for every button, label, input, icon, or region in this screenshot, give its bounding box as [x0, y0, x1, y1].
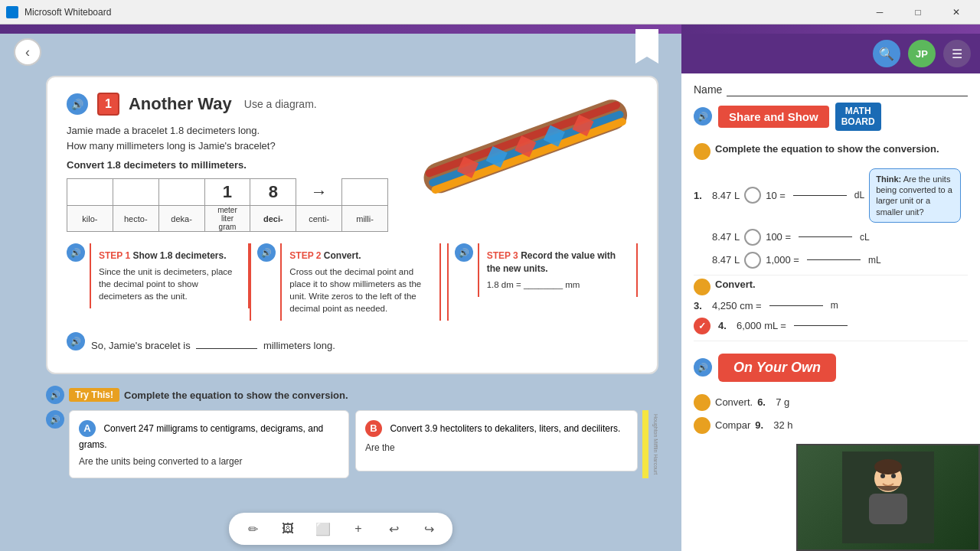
prob-1-op: 10 = [766, 190, 786, 201]
prob-1-num: 1. [694, 190, 707, 201]
bookmark [635, 29, 658, 64]
speaker-try-this[interactable]: 🔊 [46, 386, 64, 404]
problem-b-box: B Convert 3.9 hectoliters to dekaliters,… [355, 410, 638, 471]
prob-1b-val: 8.47 L [712, 231, 740, 243]
aw-badge: 1 [97, 93, 119, 116]
math-board-line2: BOARD [841, 116, 875, 127]
compare-label: Compar [715, 419, 750, 431]
title-bar: Microsoft Whiteboard ─ □ ✕ [0, 0, 980, 24]
math-board-badge: MATH BOARD [835, 103, 881, 131]
label-meter: meterlitergram [204, 206, 250, 232]
label-deka: deka- [158, 206, 204, 232]
menu-button[interactable]: ☰ [943, 40, 971, 67]
search-button[interactable]: 🔍 [873, 40, 900, 67]
speaker-on-your-own[interactable]: 🔊 [694, 358, 712, 377]
prob-1b-blank[interactable] [799, 236, 852, 237]
circle-op-1b[interactable] [744, 229, 761, 246]
prob-4-blank[interactable] [794, 325, 848, 326]
prob-1c-val: 8.47 L [712, 254, 740, 266]
step3-block: STEP 3 Record the value with the new uni… [478, 243, 638, 297]
circle-op-1c[interactable] [744, 252, 761, 269]
math-board-line1: MATH [841, 106, 875, 116]
problem-a-box: A Convert 247 milligrams to centigrams, … [69, 410, 349, 478]
content-card: 🔊 1 Another Way Use a diagram. Jamie mad… [46, 76, 658, 374]
share-show-section: 🔊 Share and Show MATH BOARD [681, 99, 980, 137]
problem-b-subquestion: Are the [365, 442, 628, 455]
plus-button[interactable]: + [347, 517, 370, 540]
table-cell-milli [342, 179, 388, 206]
metric-table: 1 8 → kilo- hecto- deka- meterlitergram … [67, 178, 388, 232]
bracelet-image [404, 85, 649, 215]
prob-3-unit: m [831, 300, 838, 311]
square-button[interactable]: ⬜ [312, 517, 335, 540]
speaker-prob-a[interactable]: 🔊 [46, 410, 64, 429]
on-your-own-row: 🔊 On Your Own [694, 347, 968, 388]
problem-4-row: ✓ 4. 6,000 mL = [694, 318, 968, 334]
table-arrow: → [296, 179, 342, 206]
minimize-button[interactable]: ─ [862, 0, 897, 24]
name-section: Name [681, 73, 980, 99]
speaker-icon-header[interactable]: 🔊 [67, 93, 88, 115]
steps-row: 🔊 STEP 1 Show 1.8 decimeters. Since the … [67, 243, 638, 321]
problem-b-label: B [365, 420, 382, 437]
step1-num: STEP 1 [99, 250, 130, 261]
svg-point-14 [874, 459, 902, 474]
prob-9-num: 9. [755, 419, 769, 431]
table-cell-8: 8 [250, 179, 296, 206]
problem-1c-row: 8.47 L 1,000 = mL [694, 252, 968, 269]
undo-button[interactable]: ↩ [382, 517, 405, 540]
convert-label: Convert. [715, 279, 756, 290]
user-avatar-button[interactable]: JP [908, 40, 936, 67]
prob-6-val: 7 g [776, 396, 789, 408]
prob-1c-unit: mL [868, 255, 881, 266]
prob-3-num: 3. [694, 300, 707, 311]
yellow-stripe [642, 410, 648, 478]
prob-1b-op: 100 = [766, 231, 791, 243]
step3-num: STEP 3 [487, 250, 518, 261]
maximize-button[interactable]: □ [900, 0, 936, 24]
problem-1b-row: 8.47 L 100 = cL [694, 229, 968, 246]
table-cell-1: 1 [204, 179, 250, 206]
redo-button[interactable]: ↪ [417, 517, 440, 540]
image-button[interactable]: 🖼 [276, 517, 299, 540]
orange-circle-2[interactable] [694, 279, 710, 295]
speaker-step1[interactable]: 🔊 [67, 243, 85, 262]
so-sentence: So, Jamie's bracelet is millimeters long… [91, 340, 335, 351]
prob-1b-unit: cL [860, 232, 870, 243]
left-panel: ‹ [0, 24, 681, 551]
prob-3-blank[interactable] [769, 305, 823, 306]
vertical-caption: Houghton Mifflin Harcourt [653, 414, 658, 474]
label-milli: milli- [342, 206, 388, 232]
close-button[interactable]: ✕ [939, 0, 974, 24]
label-centi: centi- [296, 206, 342, 232]
label-hecto: hecto- [113, 206, 158, 232]
step2-num: STEP 2 [289, 250, 321, 261]
table-cell-deka [158, 179, 204, 206]
problem-line2: How many millimeters long is Jamie's bra… [67, 140, 276, 152]
orange-circle-1[interactable] [694, 143, 710, 160]
pencil-button[interactable]: ✏ [241, 517, 264, 540]
speaker-step2[interactable]: 🔊 [257, 243, 276, 262]
so-speaker-row: 🔊 So, Jamie's bracelet is millimeters lo… [67, 332, 638, 351]
step2-body: Cross out the decimal point and place it… [289, 266, 431, 315]
prob-1c-blank[interactable] [807, 259, 861, 260]
main-area: ‹ [0, 24, 980, 551]
prob-4-text: 6,000 mL = [737, 320, 786, 331]
speaker-step3[interactable]: 🔊 [455, 243, 473, 262]
convert-section: Convert. 3. 4,250 cm = m ✓ 4. 6,000 mL = [694, 279, 968, 334]
prob-1-blank[interactable] [793, 195, 847, 196]
orange-circle-6[interactable] [694, 394, 710, 411]
table-cell-kilo [67, 179, 113, 206]
compare-row: Compar 9. 32 h [694, 417, 968, 434]
step3-title: STEP 3 Record the value with the new uni… [487, 249, 629, 276]
video-thumbnail [796, 444, 980, 551]
problem-1-row: 1. 8.47 L 10 = dL Think: Are the units b… [694, 168, 968, 223]
prob-4-num: 4. [718, 320, 732, 331]
orange-circle-compare[interactable] [694, 417, 710, 434]
name-input-line[interactable] [727, 83, 968, 96]
speaker-so[interactable]: 🔊 [67, 332, 85, 350]
circle-op-1a[interactable] [744, 187, 761, 204]
speaker-share-show[interactable]: 🔊 [694, 107, 712, 126]
back-button[interactable]: ‹ [14, 38, 41, 66]
prob-1-unit: dL [854, 190, 864, 201]
